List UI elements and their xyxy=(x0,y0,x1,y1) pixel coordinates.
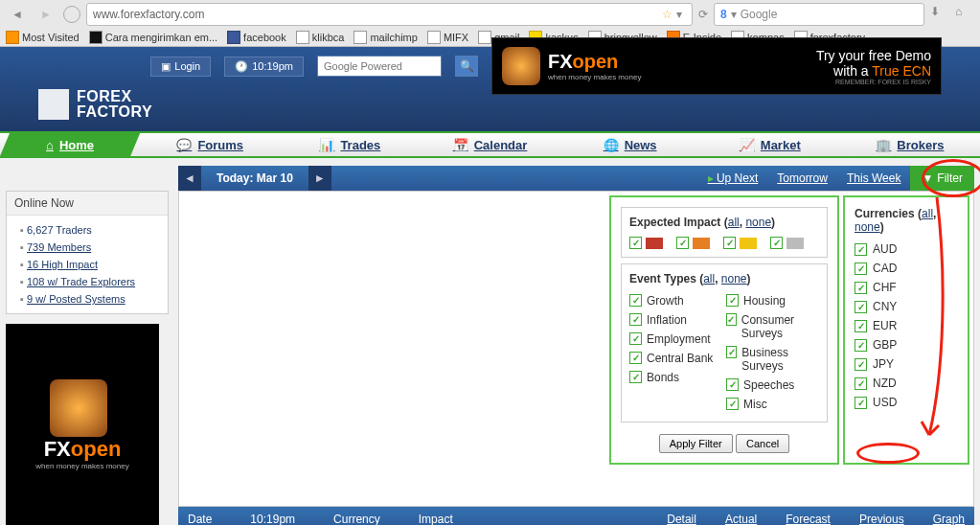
event-checkbox[interactable] xyxy=(629,294,642,307)
event-none-link[interactable]: none xyxy=(721,272,747,285)
currency-checkbox-cny[interactable] xyxy=(855,301,867,313)
currency-checkbox-gbp[interactable] xyxy=(855,339,867,352)
url-input[interactable]: www.forexfactory.com ☆ ▾ xyxy=(86,3,693,26)
event-checkbox[interactable] xyxy=(726,398,739,410)
apply-filter-button[interactable]: Apply Filter xyxy=(659,434,733,453)
event-checkbox[interactable] xyxy=(629,371,642,383)
impact-red-checkbox[interactable] xyxy=(629,237,642,249)
nav-news[interactable]: 🌐News xyxy=(560,133,700,156)
site-header: ▣ Login 🕐 10:19pm 🔍 FXopen when money ma… xyxy=(0,47,980,131)
download-icon[interactable]: ⬇ xyxy=(930,5,949,24)
event-types-title: Event Types (all, none) xyxy=(629,272,819,285)
event-checkbox[interactable] xyxy=(726,313,737,326)
event-checkbox[interactable] xyxy=(726,346,737,358)
event-checkbox[interactable] xyxy=(629,332,642,345)
impact-grey-icon xyxy=(786,238,804,249)
sidebar-ad[interactable]: FXopen when money makes money xyxy=(6,324,159,525)
impact-orange-checkbox[interactable] xyxy=(676,237,689,249)
date-prev-button[interactable]: ◄ xyxy=(178,166,201,191)
forums-icon: 💬 xyxy=(176,138,192,152)
sidebar-stat[interactable]: 108 w/ Trade Explorers xyxy=(20,273,168,290)
col-time: 10:19pm xyxy=(250,513,295,525)
event-checkbox[interactable] xyxy=(629,352,642,364)
currency-checkbox-jpy[interactable] xyxy=(855,358,867,371)
brokers-icon: 🏢 xyxy=(876,138,891,152)
nav-market[interactable]: 📈Market xyxy=(700,133,840,156)
event-checkbox[interactable] xyxy=(726,294,739,307)
currency-checkbox-nzd[interactable] xyxy=(855,377,867,390)
currency-checkbox-chf[interactable] xyxy=(855,282,867,294)
tomorrow-link[interactable]: Tomorrow xyxy=(767,171,837,185)
impact-yellow-checkbox[interactable] xyxy=(723,237,736,249)
bookmark-item[interactable]: mailchimp xyxy=(353,31,418,44)
col-date: Date xyxy=(188,513,212,525)
event-all-link[interactable]: all xyxy=(703,272,715,285)
site-search-input[interactable] xyxy=(317,56,442,77)
site-search-button[interactable]: 🔍 xyxy=(455,56,478,77)
currency-checkbox-eur[interactable] xyxy=(855,320,867,332)
expected-impact-title: Expected Impact (all, none) xyxy=(629,216,819,229)
bookmark-item[interactable]: facebook xyxy=(227,31,286,44)
impact-all-link[interactable]: all xyxy=(728,216,740,229)
filter-panel-left: Expected Impact (all, none) Event Type xyxy=(609,195,839,465)
nav-home[interactable]: ⌂Home xyxy=(0,133,140,156)
currency-checkbox-usd[interactable] xyxy=(855,397,867,409)
impact-yellow-icon xyxy=(740,238,757,249)
filter-panel-wrap: Expected Impact (all, none) Event Type xyxy=(605,192,973,468)
impact-grey-checkbox[interactable] xyxy=(770,237,783,249)
google-icon: 8 xyxy=(720,8,727,21)
cancel-filter-button[interactable]: Cancel xyxy=(736,434,789,453)
thisweek-link[interactable]: This Week xyxy=(837,171,910,185)
bookmark-item[interactable]: MIFX xyxy=(427,31,468,44)
date-today[interactable]: Today: Mar 10 xyxy=(201,171,308,185)
sidebar-stat[interactable]: 9 w/ Posted Systems xyxy=(20,290,168,308)
logo-icon xyxy=(38,89,69,120)
market-icon: 📈 xyxy=(740,138,755,152)
filter-button[interactable]: ▼Filter xyxy=(910,166,974,191)
curr-all-link[interactable]: all xyxy=(922,207,933,220)
nav-calendar[interactable]: 📅Calendar xyxy=(420,133,559,156)
bookmark-item[interactable]: Cara mengirimkan em... xyxy=(89,31,217,44)
currency-checkbox-cad[interactable] xyxy=(855,262,867,275)
url-bar-row: ◄ ► www.forexfactory.com ☆ ▾ ⟳ 8 ▾ Googl… xyxy=(0,0,980,29)
login-button[interactable]: ▣ Login xyxy=(150,57,211,77)
curr-none-link[interactable]: none xyxy=(855,220,880,234)
dropdown-icon[interactable]: ▾ xyxy=(676,8,682,21)
calendar-icon: 📅 xyxy=(453,138,468,152)
event-checkbox[interactable] xyxy=(726,378,739,391)
currency-checkbox-aud[interactable] xyxy=(855,243,867,256)
browser-search-input[interactable]: 8 ▾ Google xyxy=(714,3,924,26)
impact-none-link[interactable]: none xyxy=(745,216,771,229)
col-forecast[interactable]: Forecast xyxy=(786,513,831,525)
nav-brokers[interactable]: 🏢Brokers xyxy=(840,133,980,156)
bookmark-star-icon[interactable]: ☆ xyxy=(662,8,672,21)
sidebar-stat[interactable]: 16 High Impact xyxy=(20,256,168,273)
main-column: ◄ Today: Mar 10 ► Up Next Tomorrow This … xyxy=(178,158,974,525)
banner-ad[interactable]: FXopen when money makes money Try your f… xyxy=(491,37,942,95)
upnext-link[interactable]: Up Next xyxy=(698,171,768,185)
search-placeholder: Google xyxy=(741,8,778,21)
reload-icon[interactable]: ⟳ xyxy=(698,8,708,21)
event-checkbox[interactable] xyxy=(629,313,642,326)
bookmark-item[interactable]: Most Visited xyxy=(6,31,80,44)
home-icon[interactable]: ⌂ xyxy=(955,5,974,24)
bookmark-item[interactable]: klikbca xyxy=(296,31,345,44)
news-icon: 🌐 xyxy=(604,138,619,152)
nav-trades[interactable]: 📊Trades xyxy=(280,133,420,156)
col-graph[interactable]: Graph xyxy=(933,513,965,525)
forward-button: ► xyxy=(34,3,57,26)
date-next-button[interactable]: ► xyxy=(308,166,331,191)
col-detail[interactable]: Detail xyxy=(667,513,696,525)
col-actual[interactable]: Actual xyxy=(725,513,757,525)
nav-forums[interactable]: 💬Forums xyxy=(140,133,280,156)
filter-panel-currencies: Currencies (all, none) AUD CAD CHF CNY E… xyxy=(843,195,969,465)
calendar-footer-bar: Date 10:19pm Currency Impact Detail Actu… xyxy=(178,507,974,525)
col-impact: Impact xyxy=(419,513,453,525)
ad-logo-icon xyxy=(50,379,107,437)
impact-orange-icon xyxy=(693,238,710,249)
col-previous[interactable]: Previous xyxy=(859,513,904,525)
url-text: www.forexfactory.com xyxy=(93,8,204,21)
site-logo[interactable]: FOREXFACTORY xyxy=(38,89,152,120)
sidebar-stat[interactable]: 739 Members xyxy=(20,239,168,256)
back-button[interactable]: ◄ xyxy=(6,3,29,26)
